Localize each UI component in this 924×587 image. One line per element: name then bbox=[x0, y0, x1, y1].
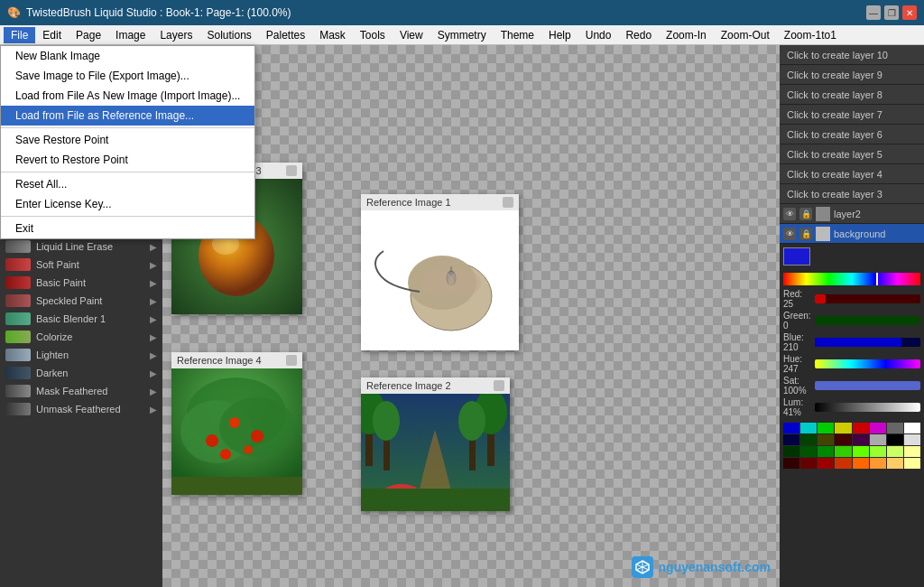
color-swatch[interactable] bbox=[887, 458, 903, 469]
bg-lock-icon[interactable]: 🔒 bbox=[799, 228, 812, 240]
color-swatch[interactable] bbox=[835, 446, 851, 457]
menu-save-export[interactable]: Save Image to File (Export Image)... bbox=[1, 66, 254, 86]
color-swatch[interactable] bbox=[818, 458, 834, 469]
menu-help[interactable]: Help bbox=[541, 27, 578, 43]
menu-redo[interactable]: Redo bbox=[618, 27, 659, 43]
color-swatch[interactable] bbox=[835, 434, 851, 445]
create-layer-10[interactable]: Click to create layer 10 bbox=[780, 45, 924, 65]
create-layer-8[interactable]: Click to create layer 8 bbox=[780, 85, 924, 105]
color-swatch[interactable] bbox=[783, 458, 799, 469]
menu-edit[interactable]: Edit bbox=[35, 27, 69, 43]
menu-theme[interactable]: Theme bbox=[494, 27, 541, 43]
menu-zoom-in[interactable]: Zoom-In bbox=[659, 27, 714, 43]
color-swatch[interactable] bbox=[870, 434, 886, 445]
menu-mask[interactable]: Mask bbox=[312, 27, 353, 43]
color-swatch[interactable] bbox=[887, 434, 903, 445]
brush-item-basic-paint[interactable]: Basic Paint ▶ bbox=[0, 274, 162, 292]
menu-load-import[interactable]: Load from File As New Image (Import Imag… bbox=[1, 86, 254, 106]
red-slider[interactable] bbox=[815, 294, 920, 303]
hue-slider[interactable] bbox=[815, 359, 920, 368]
brush-item-colorize[interactable]: Colorize ▶ bbox=[0, 328, 162, 346]
maximize-button[interactable]: ❐ bbox=[884, 5, 899, 20]
color-swatch[interactable] bbox=[853, 458, 869, 469]
reference-image-2[interactable]: Reference Image 2 bbox=[361, 377, 510, 511]
create-layer-4[interactable]: Click to create layer 4 bbox=[780, 164, 924, 184]
brush-item-unmask-feathered[interactable]: Unmask Feathered ▶ bbox=[0, 400, 162, 418]
create-layer-6[interactable]: Click to create layer 6 bbox=[780, 125, 924, 144]
color-swatch[interactable] bbox=[818, 423, 834, 433]
brush-item-lighten[interactable]: Lighten ▶ bbox=[0, 346, 162, 364]
color-swatch[interactable] bbox=[800, 458, 817, 469]
color-swatch[interactable] bbox=[800, 446, 817, 457]
menu-revert-restore[interactable]: Revert to Restore Point bbox=[1, 150, 254, 170]
color-swatch[interactable] bbox=[904, 446, 920, 457]
menu-palettes[interactable]: Palettes bbox=[259, 27, 312, 43]
menu-exit[interactable]: Exit bbox=[1, 219, 254, 238]
color-swatch[interactable] bbox=[853, 446, 869, 457]
ref2-pin[interactable] bbox=[494, 380, 504, 391]
color-swatch[interactable] bbox=[904, 423, 920, 433]
color-swatch[interactable] bbox=[783, 423, 799, 433]
brush-item-liquid-line-erase[interactable]: Liquid Line Erase ▶ bbox=[0, 238, 162, 256]
brush-item-soft-paint[interactable]: Soft Paint ▶ bbox=[0, 256, 162, 274]
ref3-pin[interactable] bbox=[286, 165, 297, 176]
create-layer-7[interactable]: Click to create layer 7 bbox=[780, 105, 924, 125]
create-layer-3[interactable]: Click to create layer 3 bbox=[780, 184, 924, 204]
color-swatch[interactable] bbox=[870, 458, 886, 469]
current-color-swatch[interactable] bbox=[783, 247, 810, 266]
bg-eye-icon[interactable]: 👁 bbox=[783, 228, 796, 240]
color-swatch[interactable] bbox=[818, 434, 834, 445]
menu-undo[interactable]: Undo bbox=[578, 27, 619, 43]
menu-reset-all[interactable]: Reset All... bbox=[1, 174, 254, 194]
layer2-lock-icon[interactable]: 🔒 bbox=[799, 208, 812, 220]
brush-item-darken[interactable]: Darken ▶ bbox=[0, 364, 162, 382]
color-swatch[interactable] bbox=[904, 458, 920, 469]
color-swatch[interactable] bbox=[887, 423, 903, 433]
blue-slider[interactable] bbox=[815, 338, 920, 347]
menu-zoom-out[interactable]: Zoom-Out bbox=[714, 27, 777, 43]
brush-item-basic-blender-1[interactable]: Basic Blender 1 ▶ bbox=[0, 310, 162, 328]
color-swatch[interactable] bbox=[887, 446, 903, 457]
color-swatch[interactable] bbox=[835, 458, 851, 469]
color-swatch[interactable] bbox=[783, 434, 799, 445]
layer2-eye-icon[interactable]: 👁 bbox=[783, 208, 796, 220]
menu-view[interactable]: View bbox=[393, 27, 430, 43]
color-swatch[interactable] bbox=[904, 434, 920, 445]
hue-bar[interactable] bbox=[783, 273, 920, 285]
menu-symmetry[interactable]: Symmetry bbox=[430, 27, 494, 43]
menu-page[interactable]: Page bbox=[69, 27, 108, 43]
lum-slider[interactable] bbox=[815, 403, 920, 412]
color-swatch[interactable] bbox=[853, 423, 869, 433]
menu-layers[interactable]: Layers bbox=[152, 27, 199, 43]
menu-image[interactable]: Image bbox=[108, 27, 152, 43]
reference-image-4[interactable]: Reference Image 4 bbox=[171, 352, 302, 495]
ref4-pin[interactable] bbox=[286, 355, 297, 366]
color-swatch[interactable] bbox=[800, 423, 817, 433]
reference-image-1[interactable]: Reference Image 1 bbox=[361, 194, 519, 350]
green-slider[interactable] bbox=[815, 316, 920, 325]
menu-license-key[interactable]: Enter License Key... bbox=[1, 194, 254, 214]
ref1-pin[interactable] bbox=[503, 197, 513, 208]
minimize-button[interactable]: — bbox=[866, 5, 881, 20]
sat-slider[interactable] bbox=[815, 381, 920, 390]
brush-item-speckled-paint[interactable]: Speckled Paint ▶ bbox=[0, 292, 162, 310]
menu-new-blank[interactable]: New Blank Image bbox=[1, 46, 254, 66]
menu-zoom-1to1[interactable]: Zoom-1to1 bbox=[777, 27, 844, 43]
color-swatch[interactable] bbox=[783, 446, 799, 457]
close-button[interactable]: ✕ bbox=[902, 5, 917, 20]
color-swatch[interactable] bbox=[870, 423, 886, 433]
create-layer-5[interactable]: Click to create layer 5 bbox=[780, 144, 924, 164]
menu-load-reference[interactable]: Load from File as Reference Image... bbox=[1, 106, 254, 126]
menu-file[interactable]: File New Blank Image Save Image to File … bbox=[4, 27, 35, 43]
layer-row-background[interactable]: 👁 🔒 background bbox=[780, 224, 924, 244]
create-layer-9[interactable]: Click to create layer 9 bbox=[780, 65, 924, 85]
color-swatch[interactable] bbox=[853, 434, 869, 445]
brush-item-mask-feathered[interactable]: Mask Feathered ▶ bbox=[0, 382, 162, 400]
layer-row-layer2[interactable]: 👁 🔒 layer2 bbox=[780, 204, 924, 224]
menu-save-restore[interactable]: Save Restore Point bbox=[1, 130, 254, 150]
menu-solutions[interactable]: Solutions bbox=[199, 27, 258, 43]
color-swatch[interactable] bbox=[870, 446, 886, 457]
color-swatch[interactable] bbox=[818, 446, 834, 457]
color-swatch[interactable] bbox=[800, 434, 817, 445]
color-swatch[interactable] bbox=[835, 423, 851, 433]
